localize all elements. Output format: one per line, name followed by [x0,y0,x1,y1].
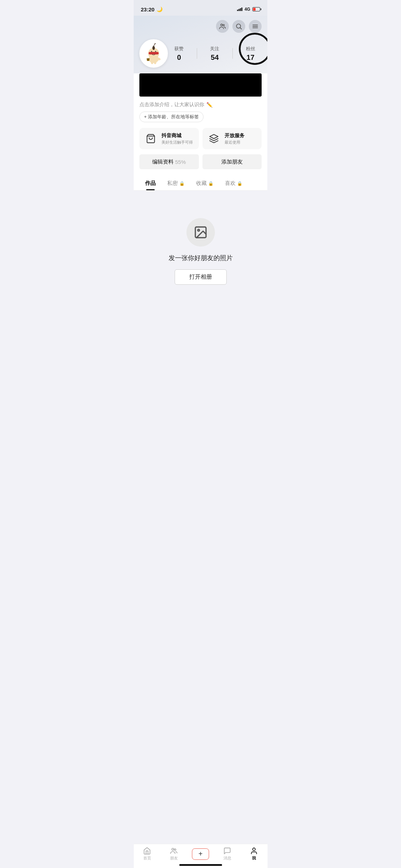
empty-icon-wrap [186,218,215,247]
moon-icon: 🌙 [156,6,163,12]
open-service-desc: 最近使用 [225,140,245,145]
mall-info: 抖音商城 美好生活触手可得 [161,133,193,145]
mall-desc: 美好生活触手可得 [161,140,193,145]
stat-following-label: 关注 [210,46,219,52]
empty-title: 发一张你好朋友的照片 [169,254,233,262]
tags-button[interactable]: + 添加年龄、所在地等标签 [139,112,204,122]
edit-percent: 55% [175,159,186,165]
network-label: 4G [245,7,250,12]
service-card-open[interactable]: 开放服务 最近使用 [202,128,262,149]
svg-point-11 [155,51,156,52]
bio-text: 点击添加介绍，让大家认识你 [139,102,204,108]
profile-info-row: 获赞 0 关注 54 粉丝 17 [139,36,262,73]
stat-divider-2 [232,48,233,59]
username-bar [139,73,262,97]
status-icons: 4G [237,7,260,12]
svg-point-21 [154,61,156,64]
svg-point-10 [151,51,152,52]
svg-rect-19 [146,58,149,59]
svg-point-0 [221,24,222,26]
svg-line-3 [240,28,242,29]
lock-icon-private: 🔒 [179,181,185,186]
open-album-button[interactable]: 打开相册 [175,269,227,285]
battery-icon [252,7,260,11]
lock-icon-collect: 🔒 [208,181,214,186]
stats-row: 获赞 0 关注 54 粉丝 17 [168,46,262,62]
add-friend-label: 添加朋友 [221,159,243,165]
edit-profile-button[interactable]: 编辑资料 55% [139,154,199,169]
action-buttons: 编辑资料 55% 添加朋友 [139,154,262,175]
friends-button[interactable] [216,20,229,33]
stat-followers-label: 粉丝 [246,46,255,52]
open-service-info: 开放服务 最近使用 [225,133,245,145]
nav-spacer [134,305,267,333]
open-album-label: 打开相册 [189,274,212,280]
stat-following[interactable]: 关注 54 [210,46,219,62]
svg-point-24 [197,229,199,231]
lock-icon-likes: 🔒 [237,181,242,186]
tab-collect-label: 收藏 [196,180,207,187]
tab-likes-label: 喜欢 [225,180,236,187]
profile-content: 点击添加介绍，让大家认识你 ✏️ + 添加年龄、所在地等标签 抖音商城 美好生活… [134,73,267,175]
stat-likes-value: 0 [177,53,181,62]
svg-rect-18 [147,59,149,61]
stat-followers-value: 17 [247,53,255,62]
status-bar: 23:20 🌙 4G [134,0,267,16]
svg-point-15 [155,43,156,44]
image-icon [194,225,208,239]
service-row: 抖音商城 美好生活触手可得 开放服务 最近使用 [139,128,262,149]
svg-point-20 [151,61,153,64]
mall-icon [144,132,157,145]
avatar-image [141,41,166,66]
open-service-name: 开放服务 [225,133,245,139]
status-time: 23:20 [141,6,154,12]
svg-line-14 [154,44,155,46]
edit-icon: ✏️ [206,102,212,108]
stat-likes[interactable]: 获赞 0 [174,46,184,62]
stat-following-value: 54 [211,53,219,62]
bio-section[interactable]: 点击添加介绍，让大家认识你 ✏️ [139,102,262,108]
menu-icon [252,23,259,30]
content-area: 发一张你好朋友的照片 打开相册 [134,191,267,305]
tab-private-label: 私密 [167,180,178,187]
service-card-mall[interactable]: 抖音商城 美好生活触手可得 [139,128,199,149]
friends-icon [219,23,226,30]
add-friend-button[interactable]: 添加朋友 [202,154,262,169]
stat-divider-1 [197,48,197,59]
signal-icon [237,7,242,11]
search-icon [235,23,242,30]
svg-point-1 [223,25,224,26]
menu-button[interactable] [249,20,262,33]
avatar[interactable] [139,39,168,68]
svg-point-13 [153,46,154,48]
tab-collect[interactable]: 收藏 🔒 [190,175,219,190]
tab-private[interactable]: 私密 🔒 [161,175,190,190]
edit-label: 编辑资料 [152,159,174,165]
tab-works[interactable]: 作品 [139,175,161,190]
tags-label: + 添加年龄、所在地等标签 [144,114,199,120]
tab-works-label: 作品 [145,180,156,187]
open-service-icon [207,132,220,145]
profile-header: 获赞 0 关注 54 粉丝 17 [134,16,267,73]
svg-rect-9 [149,52,159,55]
mall-name: 抖音商城 [161,133,193,139]
tab-likes[interactable]: 喜欢 🔒 [219,175,248,190]
top-nav [139,16,262,36]
stat-followers[interactable]: 粉丝 17 [246,46,255,62]
stat-likes-label: 获赞 [174,46,184,52]
tabs-bar: 作品 私密 🔒 收藏 🔒 喜欢 🔒 [134,175,267,191]
search-button[interactable] [232,20,245,33]
